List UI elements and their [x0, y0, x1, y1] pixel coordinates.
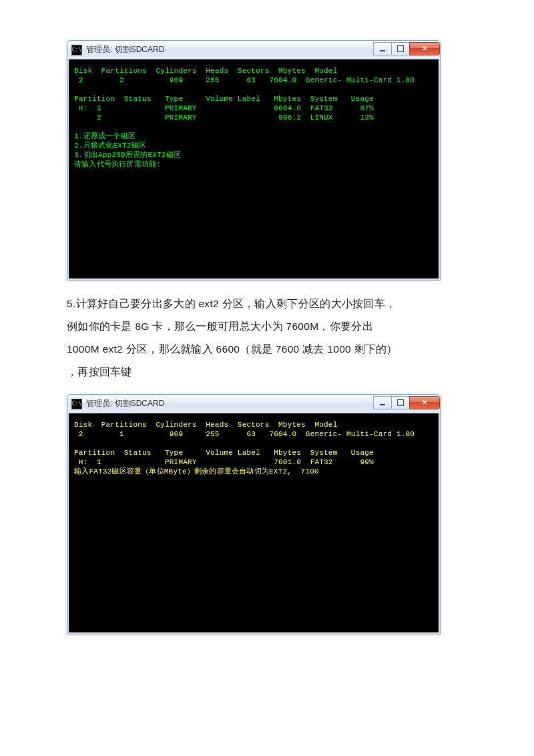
para-line-1: 5.计算好自己要分出多大的 ext2 分区，输入剩下分区的大小按回车，	[67, 298, 396, 309]
window-buttons	[374, 396, 440, 409]
terminal-body[interactable]: Disk Partitions Cylinders Heads Sectors …	[67, 413, 440, 634]
window-title: 管理员: 切割SDCARD	[86, 44, 374, 55]
terminal-body[interactable]: Disk Partitions Cylinders Heads Sectors …	[67, 59, 440, 280]
window-title: 管理员: 切割SDCARD	[86, 398, 374, 409]
close-button[interactable]	[409, 396, 440, 409]
para-line-4: ，再按回车键	[67, 366, 132, 377]
disk-header: Disk Partitions Cylinders Heads Sectors …	[74, 421, 337, 429]
cmd-window-2: C:\ 管理员: 切割SDCARD Disk Partitions Cylind…	[67, 394, 441, 634]
partition-row-1: H: 1 PRIMARY 7601.0 FAT32 99%	[74, 458, 374, 466]
terminal-output: Disk Partitions Cylinders Heads Sectors …	[74, 420, 433, 598]
disk-header: Disk Partitions Cylinders Heads Sectors …	[74, 67, 337, 75]
close-button[interactable]	[409, 42, 440, 55]
terminal-output: Disk Partitions Cylinders Heads Sectors …	[74, 66, 433, 262]
titlebar[interactable]: C:\ 管理员: 切割SDCARD	[67, 41, 440, 59]
menu-item-2: 2.只格式化EXT2磁区	[74, 142, 146, 150]
instruction-paragraph: 5.计算好自己要分出多大的 ext2 分区，输入剩下分区的大小按回车， 例如你的…	[67, 293, 481, 383]
disk-row: 2 1 969 255 63 7604.0 Generic- Multi-Car…	[74, 430, 415, 438]
maximize-button[interactable]	[391, 42, 410, 55]
para-line-3: 1000M ext2 分区，那么就输入 6600（就是 7600 减去 1000…	[67, 343, 398, 355]
menu-item-1: 1.还原成一个磁区	[74, 132, 136, 140]
titlebar[interactable]: C:\ 管理员: 切割SDCARD	[67, 395, 440, 413]
partition-row-1: H: 1 PRIMARY 6604.8 FAT32 87%	[74, 104, 374, 112]
disk-row: 2 2 969 255 63 7604.0 Generic- Multi-Car…	[74, 76, 415, 84]
window-buttons	[374, 42, 440, 55]
input-prompt: 输入FAT32磁区容量（单位MByte）剩余的容量会自动切为EXT2, 7100	[74, 467, 319, 476]
minimize-button[interactable]	[373, 396, 392, 409]
cmd-icon: C:\	[71, 399, 82, 409]
para-line-2: 例如你的卡是 8G 卡，那么一般可用总大小为 7600M，你要分出	[67, 321, 373, 332]
partition-header: Partition Status Type Volume Label Mbyte…	[74, 449, 374, 457]
cmd-icon: C:\	[71, 45, 82, 55]
maximize-button[interactable]	[391, 396, 410, 409]
partition-row-2: 2 PRIMARY 996.2 LINUX 13%	[74, 114, 374, 122]
cmd-window-1: C:\ 管理员: 切割SDCARD Disk Partitions Cylind…	[67, 40, 441, 280]
partition-header: Partition Status Type Volume Label Mbyte…	[74, 95, 374, 103]
menu-item-3: 3.切出App2SD所需的EXT2磁区	[74, 151, 181, 159]
minimize-button[interactable]	[373, 42, 392, 55]
input-prompt: 请输入代号执行所需功能:	[74, 160, 161, 168]
